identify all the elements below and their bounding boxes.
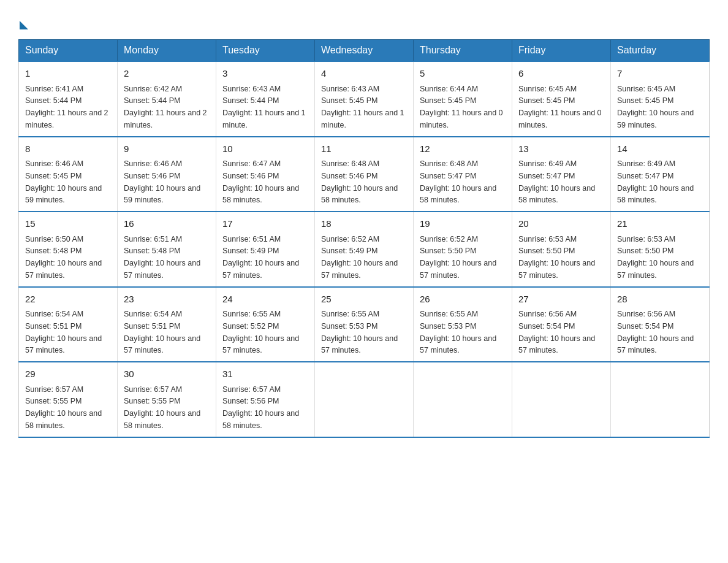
day-number: 1 — [25, 67, 111, 81]
day-info: Sunrise: 6:53 AMSunset: 5:50 PMDaylight:… — [617, 235, 694, 280]
calendar-day-cell: 3 Sunrise: 6:43 AMSunset: 5:44 PMDayligh… — [216, 61, 315, 137]
day-info: Sunrise: 6:51 AMSunset: 5:49 PMDaylight:… — [222, 235, 299, 280]
day-info: Sunrise: 6:55 AMSunset: 5:53 PMDaylight:… — [420, 310, 496, 354]
calendar-day-cell: 27 Sunrise: 6:56 AMSunset: 5:54 PMDaylig… — [512, 287, 611, 362]
day-number: 21 — [617, 217, 703, 231]
day-number: 20 — [518, 217, 604, 231]
day-number: 29 — [25, 367, 111, 381]
day-info: Sunrise: 6:44 AMSunset: 5:45 PMDaylight:… — [420, 85, 503, 129]
day-number: 25 — [321, 293, 407, 307]
day-info: Sunrise: 6:43 AMSunset: 5:45 PMDaylight:… — [321, 85, 404, 129]
day-number: 22 — [25, 293, 111, 307]
day-info: Sunrise: 6:54 AMSunset: 5:51 PMDaylight:… — [124, 310, 200, 354]
calendar-day-header: Thursday — [414, 40, 512, 62]
day-number: 18 — [321, 217, 407, 231]
calendar-day-header: Wednesday — [315, 40, 414, 62]
calendar-day-cell: 25 Sunrise: 6:55 AMSunset: 5:53 PMDaylig… — [315, 287, 414, 362]
day-number: 4 — [321, 67, 407, 81]
calendar-day-cell: 19 Sunrise: 6:52 AMSunset: 5:50 PMDaylig… — [414, 212, 512, 287]
day-info: Sunrise: 6:55 AMSunset: 5:52 PMDaylight:… — [222, 310, 299, 354]
calendar-day-header: Sunday — [19, 40, 118, 62]
calendar-day-cell: 7 Sunrise: 6:45 AMSunset: 5:45 PMDayligh… — [611, 61, 710, 137]
day-info: Sunrise: 6:55 AMSunset: 5:53 PMDaylight:… — [321, 310, 398, 354]
day-info: Sunrise: 6:43 AMSunset: 5:44 PMDaylight:… — [222, 85, 306, 129]
calendar-day-cell: 30 Sunrise: 6:57 AMSunset: 5:55 PMDaylig… — [118, 362, 216, 437]
day-info: Sunrise: 6:51 AMSunset: 5:48 PMDaylight:… — [124, 235, 200, 280]
calendar-day-cell: 22 Sunrise: 6:54 AMSunset: 5:51 PMDaylig… — [19, 287, 118, 362]
day-number: 30 — [124, 367, 210, 381]
calendar-week-row: 1 Sunrise: 6:41 AMSunset: 5:44 PMDayligh… — [19, 61, 710, 137]
day-info: Sunrise: 6:49 AMSunset: 5:47 PMDaylight:… — [518, 159, 595, 204]
day-number: 7 — [617, 67, 703, 81]
calendar-day-cell: 15 Sunrise: 6:50 AMSunset: 5:48 PMDaylig… — [19, 212, 118, 287]
day-number: 12 — [420, 142, 506, 156]
day-number: 5 — [420, 67, 506, 81]
calendar-day-header: Saturday — [611, 40, 710, 62]
calendar-day-cell: 14 Sunrise: 6:49 AMSunset: 5:47 PMDaylig… — [611, 137, 710, 212]
day-number: 16 — [124, 217, 210, 231]
day-number: 11 — [321, 142, 407, 156]
calendar-day-cell: 28 Sunrise: 6:56 AMSunset: 5:54 PMDaylig… — [611, 287, 710, 362]
calendar-week-row: 29 Sunrise: 6:57 AMSunset: 5:55 PMDaylig… — [19, 362, 710, 437]
calendar-day-cell: 10 Sunrise: 6:47 AMSunset: 5:46 PMDaylig… — [216, 137, 315, 212]
day-info: Sunrise: 6:56 AMSunset: 5:54 PMDaylight:… — [617, 310, 694, 354]
day-number: 31 — [222, 367, 308, 381]
calendar-day-cell: 23 Sunrise: 6:54 AMSunset: 5:51 PMDaylig… — [118, 287, 216, 362]
day-info: Sunrise: 6:53 AMSunset: 5:50 PMDaylight:… — [518, 235, 595, 280]
calendar-day-cell: 6 Sunrise: 6:45 AMSunset: 5:45 PMDayligh… — [512, 61, 611, 137]
day-info: Sunrise: 6:46 AMSunset: 5:46 PMDaylight:… — [124, 159, 200, 204]
calendar-day-cell: 11 Sunrise: 6:48 AMSunset: 5:46 PMDaylig… — [315, 137, 414, 212]
day-info: Sunrise: 6:47 AMSunset: 5:46 PMDaylight:… — [222, 159, 299, 204]
day-info: Sunrise: 6:52 AMSunset: 5:49 PMDaylight:… — [321, 235, 398, 280]
calendar-day-cell — [315, 362, 414, 437]
page-header — [18, 12, 710, 29]
day-info: Sunrise: 6:49 AMSunset: 5:47 PMDaylight:… — [617, 159, 694, 204]
day-number: 26 — [420, 293, 506, 307]
day-info: Sunrise: 6:45 AMSunset: 5:45 PMDaylight:… — [518, 85, 602, 129]
day-info: Sunrise: 6:57 AMSunset: 5:55 PMDaylight:… — [25, 385, 102, 430]
calendar-day-header: Tuesday — [216, 40, 315, 62]
logo — [18, 18, 29, 29]
day-info: Sunrise: 6:42 AMSunset: 5:44 PMDaylight:… — [124, 85, 207, 129]
calendar-day-cell: 20 Sunrise: 6:53 AMSunset: 5:50 PMDaylig… — [512, 212, 611, 287]
calendar-day-cell — [414, 362, 512, 437]
day-number: 8 — [25, 142, 111, 156]
day-number: 27 — [518, 293, 604, 307]
calendar-day-cell: 16 Sunrise: 6:51 AMSunset: 5:48 PMDaylig… — [118, 212, 216, 287]
day-number: 2 — [124, 67, 210, 81]
day-info: Sunrise: 6:46 AMSunset: 5:45 PMDaylight:… — [25, 159, 102, 204]
day-info: Sunrise: 6:52 AMSunset: 5:50 PMDaylight:… — [420, 235, 496, 280]
day-number: 10 — [222, 142, 308, 156]
day-number: 13 — [518, 142, 604, 156]
logo-triangle-icon — [20, 21, 28, 29]
calendar-day-cell: 21 Sunrise: 6:53 AMSunset: 5:50 PMDaylig… — [611, 212, 710, 287]
calendar-day-cell: 31 Sunrise: 6:57 AMSunset: 5:56 PMDaylig… — [216, 362, 315, 437]
calendar-day-cell: 18 Sunrise: 6:52 AMSunset: 5:49 PMDaylig… — [315, 212, 414, 287]
calendar-day-cell: 12 Sunrise: 6:48 AMSunset: 5:47 PMDaylig… — [414, 137, 512, 212]
calendar-week-row: 8 Sunrise: 6:46 AMSunset: 5:45 PMDayligh… — [19, 137, 710, 212]
day-number: 23 — [124, 293, 210, 307]
day-number: 19 — [420, 217, 506, 231]
day-info: Sunrise: 6:41 AMSunset: 5:44 PMDaylight:… — [25, 85, 108, 129]
calendar-day-cell: 9 Sunrise: 6:46 AMSunset: 5:46 PMDayligh… — [118, 137, 216, 212]
calendar-day-cell: 13 Sunrise: 6:49 AMSunset: 5:47 PMDaylig… — [512, 137, 611, 212]
calendar-day-cell: 1 Sunrise: 6:41 AMSunset: 5:44 PMDayligh… — [19, 61, 118, 137]
day-number: 17 — [222, 217, 308, 231]
calendar-day-cell — [611, 362, 710, 437]
day-info: Sunrise: 6:48 AMSunset: 5:47 PMDaylight:… — [420, 159, 496, 204]
calendar-day-cell: 8 Sunrise: 6:46 AMSunset: 5:45 PMDayligh… — [19, 137, 118, 212]
day-info: Sunrise: 6:48 AMSunset: 5:46 PMDaylight:… — [321, 159, 398, 204]
day-info: Sunrise: 6:54 AMSunset: 5:51 PMDaylight:… — [25, 310, 102, 354]
calendar-week-row: 15 Sunrise: 6:50 AMSunset: 5:48 PMDaylig… — [19, 212, 710, 287]
day-number: 28 — [617, 293, 703, 307]
calendar-day-cell: 24 Sunrise: 6:55 AMSunset: 5:52 PMDaylig… — [216, 287, 315, 362]
calendar-day-cell: 5 Sunrise: 6:44 AMSunset: 5:45 PMDayligh… — [414, 61, 512, 137]
day-number: 24 — [222, 293, 308, 307]
calendar-day-cell: 2 Sunrise: 6:42 AMSunset: 5:44 PMDayligh… — [118, 61, 216, 137]
day-info: Sunrise: 6:57 AMSunset: 5:56 PMDaylight:… — [222, 385, 299, 430]
calendar-day-cell — [512, 362, 611, 437]
calendar-day-cell: 17 Sunrise: 6:51 AMSunset: 5:49 PMDaylig… — [216, 212, 315, 287]
calendar-day-header: Monday — [118, 40, 216, 62]
day-info: Sunrise: 6:56 AMSunset: 5:54 PMDaylight:… — [518, 310, 595, 354]
calendar-day-cell: 4 Sunrise: 6:43 AMSunset: 5:45 PMDayligh… — [315, 61, 414, 137]
